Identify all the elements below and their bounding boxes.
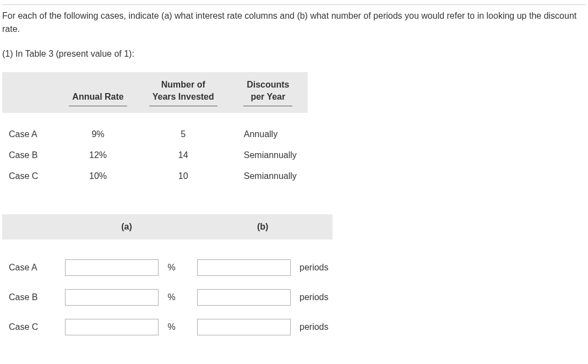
- table-row: Case C 10% 10 Semiannually: [2, 166, 308, 187]
- answer-cell-b: [193, 282, 295, 312]
- percent-unit: %: [161, 263, 175, 272]
- rate-input-case-b[interactable]: [65, 289, 159, 306]
- answer-cell-a: %: [61, 282, 193, 312]
- answer-cell-b: [193, 312, 295, 342]
- answer-case-label: Case C: [2, 312, 61, 342]
- years-invested-value: 5: [138, 124, 228, 145]
- annual-rate-value: 10%: [58, 166, 138, 187]
- th-discounts: Discountsper Year: [228, 72, 308, 113]
- case-info-table: Annual Rate Number ofYears Invested Disc…: [2, 72, 308, 187]
- th-blank-2: [2, 214, 61, 240]
- rate-input-case-a[interactable]: [65, 259, 159, 276]
- sub-instruction: (1) In Table 3 (present value of 1):: [2, 49, 586, 59]
- case-label: Case B: [2, 145, 58, 166]
- discounts-value: Annually: [228, 124, 308, 145]
- th-annual-rate: Annual Rate: [58, 72, 138, 113]
- discounts-value: Semiannually: [228, 145, 308, 166]
- case-label: Case A: [2, 124, 58, 145]
- th-col-b: (b): [193, 214, 333, 240]
- percent-unit: %: [161, 322, 175, 332]
- answer-cell-a: %: [61, 312, 193, 342]
- th-years-invested: Number ofYears Invested: [138, 72, 228, 113]
- periods-input-case-c[interactable]: [197, 319, 291, 335]
- table-row: Case A 9% 5 Annually: [2, 124, 308, 145]
- periods-input-case-b[interactable]: [197, 289, 291, 306]
- years-invested-value: 14: [138, 145, 228, 166]
- case-label: Case C: [2, 166, 58, 187]
- th-blank: [2, 72, 58, 113]
- periods-unit: periods: [295, 312, 333, 342]
- annual-rate-value: 9%: [58, 124, 138, 145]
- periods-input-case-a[interactable]: [197, 259, 291, 276]
- periods-unit: periods: [295, 253, 333, 282]
- th-col-a: (a): [61, 214, 193, 240]
- table-row: Case B 12% 14 Semiannually: [2, 145, 308, 166]
- answer-table: (a) (b) Case A % periods Case B % period…: [2, 214, 333, 342]
- annual-rate-value: 12%: [58, 145, 138, 166]
- periods-unit: periods: [295, 282, 333, 312]
- years-invested-value: 10: [138, 166, 228, 187]
- answer-row: Case C % periods: [2, 312, 333, 342]
- divider-top: [2, 4, 586, 5]
- discounts-value: Semiannually: [228, 166, 308, 187]
- answer-row: Case B % periods: [2, 282, 333, 312]
- rate-input-case-c[interactable]: [65, 319, 159, 335]
- instruction-text: For each of the following cases, indicat…: [2, 9, 586, 36]
- answer-case-label: Case A: [2, 253, 61, 282]
- answer-case-label: Case B: [2, 282, 61, 312]
- answer-cell-a: %: [61, 253, 193, 282]
- answer-cell-b: [193, 253, 295, 282]
- percent-unit: %: [161, 292, 175, 302]
- answer-row: Case A % periods: [2, 253, 333, 282]
